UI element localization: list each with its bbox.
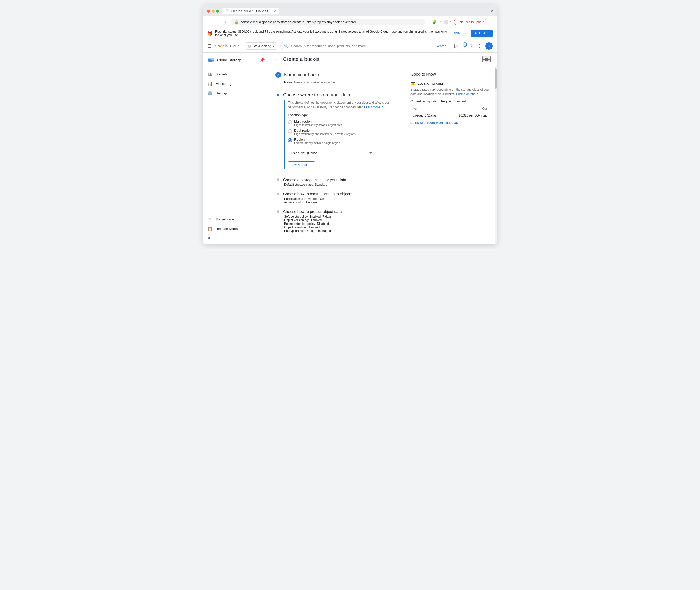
radio-multi-region-desc: Highest availability across largest area bbox=[294, 123, 343, 126]
profile-icon[interactable]: S bbox=[450, 20, 452, 24]
region-select[interactable]: us-south1 (Dallas) us-central1 (Iowa) us… bbox=[288, 149, 375, 157]
trial-activate-button[interactable]: ACTIVATE bbox=[471, 30, 493, 37]
sidebar-item-label: Release Notes bbox=[216, 227, 238, 231]
radio-region-desc: Lowest latency within a single region bbox=[294, 141, 340, 144]
maximize-traffic-light[interactable] bbox=[216, 9, 219, 13]
back-button[interactable]: ← bbox=[275, 57, 280, 62]
learn-more-link[interactable]: Learn more ↗ bbox=[364, 105, 383, 109]
radio-multi-region[interactable]: Multi-region Highest availability across… bbox=[288, 120, 398, 126]
location-type-label: Location type bbox=[288, 113, 398, 117]
active-tab[interactable]: 📄 Create a bucket – Cloud Stor… ✕ bbox=[223, 8, 279, 14]
tab-close-button[interactable]: ✕ bbox=[274, 9, 276, 13]
cost-table-row: us-south1 (Dallas) $0.020 per GB-month bbox=[411, 112, 491, 119]
radio-region-label: Region bbox=[294, 137, 340, 141]
radio-multi-region-labels: Multi-region Highest availability across… bbox=[294, 120, 343, 126]
project-selector[interactable]: ⊡ StayBooking ▾ bbox=[245, 42, 277, 50]
cost-table-header-item: Item bbox=[411, 105, 447, 112]
cost-table-price: $0.020 per GB-month bbox=[447, 112, 491, 119]
step-protect-data-body: Soft delete policy: Enabled (7 days) Obj… bbox=[275, 215, 398, 233]
tab-bar: 📄 Create a bucket – Cloud Stor… ✕ + bbox=[223, 8, 491, 14]
step-location-title: Choose where to store your data bbox=[283, 92, 350, 98]
location-pricing-title: Location pricing bbox=[418, 81, 443, 85]
page-header: ← Create a bucket ◀▶ bbox=[269, 53, 497, 66]
sidebar-header: Cloud Storage 📌 bbox=[203, 53, 269, 67]
sidebar-item-buckets[interactable]: ▦ Buckets bbox=[203, 70, 267, 79]
tab-favicon: 📄 bbox=[226, 9, 229, 13]
search-input[interactable] bbox=[291, 44, 434, 48]
radio-dual-region[interactable]: Dual-region High availability and low la… bbox=[288, 128, 398, 135]
radio-region[interactable]: Region Lowest latency within a single re… bbox=[288, 137, 398, 144]
close-traffic-light[interactable] bbox=[207, 9, 210, 13]
address-actions: G 🧩 ☆ ⬜ S Relaunch to update ⋮ bbox=[428, 19, 493, 25]
step-storage-class: Choose a storage class for your data Def… bbox=[275, 178, 398, 186]
sidebar-pin-button[interactable]: 📌 bbox=[260, 58, 265, 63]
sidebar-title: Cloud Storage bbox=[217, 58, 242, 62]
radio-dual-region-label: Dual-region bbox=[294, 128, 356, 132]
tab-title: Create a bucket – Cloud Stor… bbox=[231, 9, 272, 13]
step-access-control-header: Choose how to control access to objects bbox=[275, 192, 398, 196]
step-active-border: This choice defines the geographic place… bbox=[284, 100, 398, 169]
good-to-know-title: Good to know bbox=[411, 72, 491, 77]
forward-nav-button[interactable]: → bbox=[215, 19, 221, 25]
back-nav-button[interactable]: ← bbox=[207, 19, 213, 25]
form-content: ✓ Name your bucket Name: Name: staybooki… bbox=[269, 66, 404, 244]
browser-titlebar: 📄 Create a bucket – Cloud Stor… ✕ + ∨ bbox=[203, 5, 497, 16]
continue-button[interactable]: CONTINUE bbox=[288, 161, 315, 169]
sidebar-item-release-notes[interactable]: 📋 Release Notes bbox=[203, 224, 267, 233]
google-cloud-logo: Google Cloud bbox=[214, 44, 239, 48]
sidebar-item-monitoring[interactable]: 📊 Monitoring bbox=[203, 79, 267, 89]
main-container: Cloud Storage 📌 ▦ Buckets 📊 Monitoring ⚙… bbox=[203, 53, 497, 244]
step-protect-data-header: Choose how to protect object data bbox=[275, 209, 398, 214]
marketplace-icon: 🛒 bbox=[207, 217, 212, 222]
scrollbar-thumb[interactable] bbox=[495, 69, 497, 89]
user-avatar-button[interactable]: S bbox=[486, 42, 493, 50]
step-location: Choose where to store your data This cho… bbox=[275, 92, 398, 169]
svg-rect-3 bbox=[208, 62, 212, 62]
minimize-traffic-light[interactable] bbox=[211, 9, 214, 13]
step-access-inactive-indicator bbox=[277, 193, 279, 195]
help-button[interactable]: ? bbox=[469, 42, 474, 50]
search-button[interactable]: Search bbox=[436, 44, 446, 48]
sidebar-item-marketplace[interactable]: 🛒 Marketplace bbox=[203, 214, 267, 224]
cost-table-header-cost: Cost bbox=[447, 105, 491, 112]
url-bar[interactable]: 🔒 console.cloud.google.com/storage/creat… bbox=[231, 19, 425, 25]
location-pricing-header: 💳 Location pricing bbox=[411, 81, 491, 86]
url-text: console.cloud.google.com/storage/create-… bbox=[241, 20, 422, 24]
reload-button[interactable]: ↻ bbox=[224, 18, 229, 25]
sidebar-collapse-button[interactable]: ◀ bbox=[203, 233, 269, 242]
star-icon[interactable]: ☆ bbox=[439, 20, 442, 24]
tab-actions-icon[interactable]: ⬜ bbox=[443, 20, 448, 24]
navigation-menu-button[interactable]: ☰ bbox=[207, 43, 211, 49]
search-bar-icon: 🔍 bbox=[284, 44, 289, 48]
step-name-header: ✓ Name your bucket bbox=[275, 72, 398, 78]
cost-table: Item Cost us-south1 (Dallas) $0.020 per … bbox=[411, 105, 491, 119]
radio-multi-region-label: Multi-region bbox=[294, 120, 343, 123]
pricing-details-link[interactable]: Pricing details ↗ bbox=[456, 92, 479, 96]
browser-controls: 📄 Create a bucket – Cloud Stor… ✕ + ∨ bbox=[207, 8, 493, 14]
extension-icon[interactable]: 🧩 bbox=[432, 20, 437, 24]
radio-region-circle bbox=[288, 138, 292, 142]
bucket-name-subtitle: Name: Name: staybookingeve-bucket bbox=[284, 81, 336, 84]
cloud-shell-button[interactable]: ▷ bbox=[453, 42, 459, 50]
address-bar: ← → ↻ 🔒 console.cloud.google.com/storage… bbox=[203, 16, 497, 28]
step-protect-data-title: Choose how to protect object data bbox=[283, 209, 342, 214]
new-tab-button[interactable]: + bbox=[280, 8, 283, 14]
location-pricing-section: 💳 Location pricing Storage rates vary de… bbox=[411, 81, 491, 125]
browser-menu-button[interactable]: ⋮ bbox=[489, 19, 493, 24]
trial-dismiss-button[interactable]: DISMISS bbox=[453, 32, 465, 35]
radio-dual-region-labels: Dual-region High availability and low la… bbox=[294, 128, 356, 135]
relaunch-button[interactable]: Relaunch to update bbox=[454, 19, 488, 25]
page-scroll[interactable]: ✓ Name your bucket Name: Name: staybooki… bbox=[269, 66, 497, 244]
sidebar-nav: ▦ Buckets 📊 Monitoring ⚙️ Settings bbox=[203, 67, 269, 212]
trial-gift-icon: 🎁 bbox=[207, 31, 212, 36]
browser-expand-button[interactable]: ∨ bbox=[491, 9, 493, 13]
collapse-right-panel-button[interactable]: ◀▶ bbox=[482, 56, 491, 63]
notifications-button[interactable]: ⊙ 1 bbox=[461, 42, 467, 50]
more-options-button[interactable]: ⋮ bbox=[476, 42, 483, 50]
step-storage-class-title: Choose a storage class for your data bbox=[283, 178, 346, 182]
traffic-lights bbox=[207, 9, 219, 13]
sidebar-item-label: Monitoring bbox=[216, 82, 231, 86]
protect-detail-3: Bucket retention policy: Disabled bbox=[284, 222, 398, 225]
estimate-monthly-cost-button[interactable]: ESTIMATE YOUR MONTHLY COST bbox=[411, 121, 460, 124]
sidebar-item-settings[interactable]: ⚙️ Settings bbox=[203, 89, 267, 98]
